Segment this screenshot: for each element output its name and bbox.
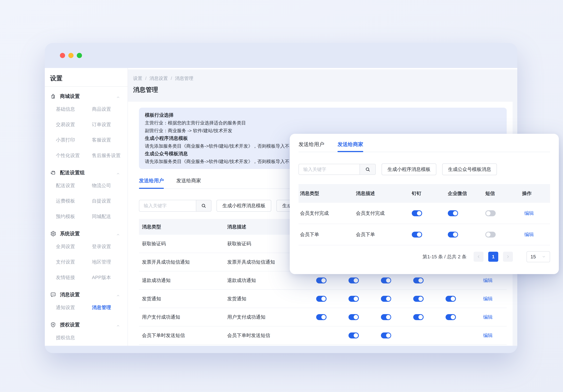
page-size-select[interactable]: 15 [526, 251, 550, 262]
sidebar-item[interactable]: 全局设置 [56, 239, 92, 254]
edit-link[interactable]: 编辑 [480, 314, 493, 320]
chevron-up-icon [116, 171, 120, 175]
edit-link[interactable]: 编辑 [480, 332, 493, 339]
toggle-cell [348, 296, 380, 302]
page-1-button[interactable]: 1 [488, 252, 498, 262]
gear-icon [50, 231, 56, 237]
tab-active[interactable]: 发送给商家 [337, 141, 363, 152]
message-type-cell: 用户支付成功通知 [139, 314, 224, 320]
toggle-on[interactable] [448, 210, 458, 216]
sidebar-item[interactable]: 登录设置 [92, 239, 128, 254]
sidebar-item[interactable]: 基础信息 [56, 101, 92, 117]
toggle-on[interactable] [381, 332, 391, 338]
toggle-on[interactable] [381, 277, 391, 283]
toggle-cell [410, 232, 446, 237]
toggle-off[interactable] [485, 232, 496, 237]
toggle-on[interactable] [348, 277, 359, 283]
sidebar-group-header[interactable]: 配送设置组 [50, 168, 123, 178]
toggle-on[interactable] [413, 314, 423, 320]
sidebar-group-header[interactable]: 商城设置 [50, 91, 123, 101]
generate-miniprogram-template-button[interactable]: 生成小程序消息模板 [382, 163, 436, 175]
sidebar-group-header[interactable]: 授权设置 [50, 320, 123, 330]
toggle-on[interactable] [413, 277, 423, 283]
toggle-cell [410, 210, 446, 216]
tab-inactive[interactable]: 发送给商家 [176, 177, 201, 188]
toggle-cell [413, 296, 445, 302]
message-type-cell: 会员下单 [298, 231, 354, 238]
toggle-knob [418, 315, 423, 319]
edit-link[interactable]: 编辑 [522, 231, 534, 238]
sidebar-item[interactable]: 预约模板 [56, 209, 92, 224]
toggle-cell [445, 296, 477, 302]
shop-bag-icon [50, 93, 56, 99]
breadcrumb-item[interactable]: 消息管理 [175, 76, 193, 81]
toggle-knob [417, 211, 421, 215]
toggle-on[interactable] [348, 296, 359, 302]
toggle-on[interactable] [381, 314, 391, 320]
sidebar-item[interactable]: 客服设置 [92, 132, 128, 148]
toggle-on[interactable] [381, 296, 391, 302]
toggle-on[interactable] [413, 296, 423, 302]
tab-inactive[interactable]: 发送给用户 [298, 141, 324, 152]
close-window-button[interactable] [60, 53, 65, 58]
edit-link[interactable]: 编辑 [480, 277, 493, 284]
toggle-on[interactable] [448, 232, 458, 237]
toggle-on[interactable] [446, 296, 456, 302]
sidebar-item[interactable]: APP版本 [92, 270, 128, 285]
sidebar-item[interactable]: 地区管理 [92, 254, 128, 270]
toggle-on[interactable] [348, 314, 359, 320]
modal-tabs: 发送给用户发送给商家 [298, 141, 550, 152]
sidebar-item[interactable]: 订单设置 [92, 117, 128, 132]
toggle-cell [316, 296, 348, 302]
pagination: 第1-15 条 / 总共 2 条 1 15 [298, 251, 550, 262]
edit-link[interactable]: 编辑 [480, 295, 493, 302]
sidebar-item[interactable]: 配送设置 [56, 178, 92, 193]
toggle-on[interactable] [412, 232, 422, 237]
generate-official-account-template-button[interactable]: 生成公众号模板消息 [442, 163, 497, 175]
sidebar-group-header[interactable]: 消息设置 [50, 290, 123, 300]
column-header: 钉钉 [410, 190, 446, 197]
sidebar-item[interactable]: 物流公司 [92, 178, 128, 193]
sidebar-item[interactable]: 运费模板 [56, 193, 92, 208]
previous-page-button[interactable] [473, 252, 484, 262]
sidebar-item[interactable]: 商品设置 [92, 101, 128, 117]
toggle-on[interactable] [446, 314, 456, 320]
sidebar-item[interactable]: 交易设置 [56, 117, 92, 132]
sidebar-item[interactable]: 友情链接 [56, 270, 92, 285]
minimize-window-button[interactable] [68, 53, 74, 58]
sidebar-item[interactable]: 售后服务设置 [92, 148, 128, 163]
edit-link[interactable]: 编辑 [522, 210, 534, 217]
toggle-cell [316, 314, 348, 320]
toggle-on[interactable] [348, 332, 359, 338]
search-input[interactable] [139, 200, 196, 211]
toggle-on[interactable] [316, 277, 326, 283]
sidebar-group-label: 配送设置组 [60, 169, 116, 176]
sidebar-item[interactable]: 消息管理 [92, 300, 128, 315]
toggle-on[interactable] [316, 296, 326, 302]
toggle-cell [484, 210, 521, 216]
maximize-window-button[interactable] [77, 53, 82, 58]
breadcrumb-item[interactable]: 消息设置 [149, 76, 168, 81]
search-button[interactable] [196, 200, 211, 211]
sidebar-item[interactable]: 支付设置 [56, 254, 92, 270]
sidebar-group-header[interactable]: 系统设置 [50, 229, 123, 239]
sidebar-item[interactable]: 小票打印 [56, 132, 92, 148]
toggle-on[interactable] [412, 210, 422, 216]
toggle-knob [453, 232, 457, 237]
message-desc-cell: 会员下单时发送短信 [224, 332, 316, 339]
next-page-button[interactable] [503, 252, 513, 262]
breadcrumb-item[interactable]: 设置 [133, 76, 142, 81]
sidebar-item[interactable]: 授权信息 [56, 330, 92, 345]
search-icon [365, 167, 371, 172]
generate-miniprogram-template-button[interactable]: 生成小程序消息模板 [217, 200, 271, 211]
toggle-off[interactable] [485, 210, 496, 216]
tab-active[interactable]: 发送给用户 [139, 177, 164, 188]
sidebar-item[interactable]: 自提设置 [92, 193, 128, 208]
sidebar-item[interactable]: 同城配送 [92, 209, 128, 224]
chevron-left-icon [476, 254, 481, 259]
toggle-on[interactable] [316, 314, 326, 320]
sidebar-item[interactable]: 个性化设置 [56, 148, 92, 163]
sidebar-item[interactable]: 通知设置 [56, 300, 92, 315]
modal-search-input[interactable] [298, 164, 359, 175]
modal-search-button[interactable] [359, 164, 376, 175]
